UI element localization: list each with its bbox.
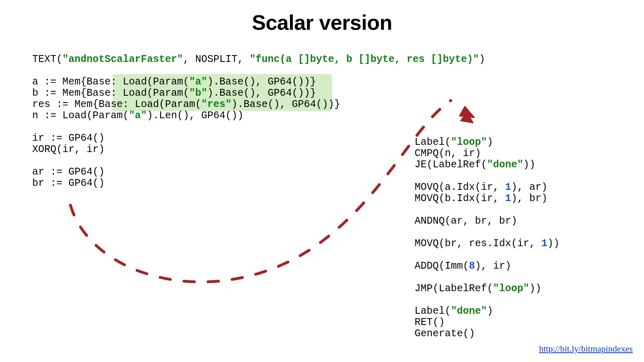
slide-title: Scalar version (0, 10, 644, 35)
code-block-right: Label("loop") CMPQ(n, ir) JE(LabelRef("d… (415, 137, 559, 339)
footer-link[interactable]: http://bit.ly/bitmapindexes (539, 343, 633, 354)
slide: Scalar version TEXT("andnotScalarFaster"… (0, 0, 644, 362)
